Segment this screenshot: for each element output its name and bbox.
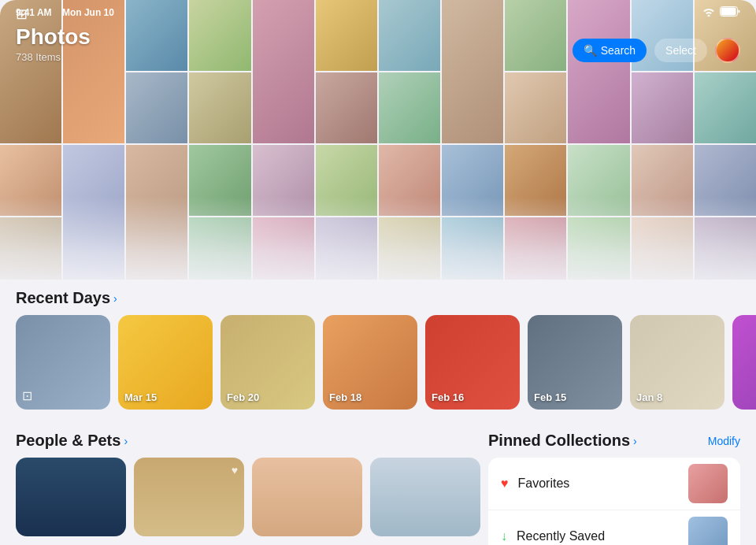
- person-card[interactable]: [16, 458, 126, 536]
- photo-cell[interactable]: [253, 217, 314, 288]
- photo-cell[interactable]: [253, 145, 314, 216]
- status-right: [702, 6, 740, 19]
- photo-cell[interactable]: [189, 72, 250, 143]
- search-button[interactable]: 🔍 Search: [573, 39, 647, 62]
- layout-icon: ⊞: [16, 6, 91, 23]
- photo-cell[interactable]: [63, 145, 124, 288]
- photo-cell[interactable]: [379, 72, 440, 143]
- svg-rect-1: [721, 8, 736, 16]
- content-area: Recent Days › ⊡ Mar 15 Feb 20 Feb 18 Feb…: [0, 280, 756, 545]
- photo-cell[interactable]: [442, 217, 503, 288]
- pinned-chevron[interactable]: ›: [633, 435, 637, 447]
- person-card[interactable]: [252, 458, 362, 536]
- people-pets-section: People & Pets › ♥: [0, 422, 488, 545]
- people-pets-chevron[interactable]: ›: [124, 435, 128, 447]
- photo-cell[interactable]: [316, 217, 377, 288]
- recently-saved-label: Recently Saved: [517, 529, 679, 543]
- recent-days-section: Recent Days › ⊡ Mar 15 Feb 20 Feb 18 Feb…: [0, 280, 756, 422]
- photo-cell[interactable]: [316, 145, 377, 216]
- item-count: 738 Items: [16, 51, 91, 63]
- day-label: Feb 20: [227, 391, 259, 403]
- heart-icon: ♥: [232, 464, 238, 476]
- photo-cell[interactable]: [632, 72, 693, 143]
- photo-cell[interactable]: [632, 145, 693, 216]
- recently-saved-thumbnail: [688, 517, 728, 545]
- battery-icon: [720, 6, 740, 19]
- select-button[interactable]: Select: [654, 39, 707, 62]
- photo-cell[interactable]: [505, 72, 566, 143]
- day-card[interactable]: Feb 15: [528, 315, 622, 410]
- day-card[interactable]: Jan 8: [630, 315, 724, 410]
- photo-cell[interactable]: [505, 217, 566, 288]
- day-label: Feb 18: [329, 391, 361, 403]
- person-card[interactable]: ♥: [134, 458, 244, 536]
- save-icon: ⊡: [22, 388, 32, 403]
- recent-days-chevron[interactable]: ›: [113, 292, 117, 305]
- people-scroll[interactable]: ♥: [0, 458, 488, 536]
- photo-cell[interactable]: [568, 145, 629, 216]
- photo-cell[interactable]: [379, 217, 440, 288]
- pinned-item-favorites[interactable]: ♥ Favorites: [488, 458, 740, 510]
- page-title: Photos: [16, 24, 91, 50]
- photo-cell[interactable]: [695, 145, 756, 216]
- photo-cell[interactable]: [442, 145, 503, 216]
- recent-days-scroll[interactable]: ⊡ Mar 15 Feb 20 Feb 18 Feb 16 Feb 15 Jan…: [0, 315, 756, 410]
- day-label: Feb 15: [534, 391, 566, 403]
- favorites-heart-icon: ♥: [501, 476, 509, 491]
- pinned-item-recently-saved[interactable]: ↓ Recently Saved: [488, 510, 740, 545]
- search-icon: 🔍: [584, 44, 597, 57]
- day-card[interactable]: [732, 315, 756, 410]
- day-card[interactable]: Mar 15: [118, 315, 213, 410]
- favorites-label: Favorites: [518, 476, 680, 491]
- photo-cell[interactable]: [632, 217, 693, 288]
- recent-days-header: Recent Days ›: [0, 280, 756, 315]
- photo-cell[interactable]: [695, 72, 756, 143]
- pinned-title: Pinned Collections: [488, 432, 630, 450]
- modify-button[interactable]: Modify: [708, 435, 740, 447]
- bottom-columns: People & Pets › ♥ Pinned Collections ›: [0, 422, 756, 545]
- app-header: ⊞ Photos 738 Items 🔍 Search Select: [0, 22, 756, 69]
- people-pets-title: People & Pets: [16, 432, 120, 450]
- favorites-thumbnail: [688, 464, 728, 503]
- pinned-collections-list: ♥ Favorites ↓ Recently Saved: [488, 458, 740, 545]
- header-actions: 🔍 Search Select: [573, 38, 740, 63]
- photo-cell[interactable]: [0, 145, 61, 216]
- person-card[interactable]: [370, 458, 480, 536]
- right-column: Pinned Collections › Modify ♥ Favorites …: [488, 422, 756, 545]
- header-left: ⊞ Photos 738 Items: [16, 6, 91, 63]
- day-card[interactable]: Feb 20: [220, 315, 315, 410]
- left-column: People & Pets › ♥: [0, 422, 488, 545]
- people-pets-header: People & Pets ›: [0, 422, 488, 458]
- photo-cell[interactable]: [189, 217, 250, 288]
- photo-cell[interactable]: [126, 145, 187, 288]
- day-card[interactable]: Feb 18: [323, 315, 417, 410]
- photo-cell[interactable]: [0, 217, 61, 288]
- day-label: Feb 16: [432, 391, 464, 403]
- day-card[interactable]: Feb 16: [425, 315, 520, 410]
- photo-cell[interactable]: [189, 145, 250, 216]
- avatar[interactable]: [715, 38, 740, 63]
- photo-cell[interactable]: [505, 145, 566, 216]
- photo-cell[interactable]: [695, 217, 756, 288]
- photo-cell[interactable]: [316, 72, 377, 143]
- day-label: Mar 15: [124, 391, 157, 403]
- wifi-icon: [702, 7, 715, 19]
- recent-days-title: Recent Days: [16, 289, 110, 307]
- day-card[interactable]: ⊡: [16, 315, 110, 410]
- photo-cell[interactable]: [126, 72, 187, 143]
- pinned-header-row: Pinned Collections › Modify: [488, 422, 740, 458]
- day-label: Jan 8: [636, 391, 662, 403]
- recently-saved-icon: ↓: [501, 529, 507, 543]
- photo-cell[interactable]: [568, 217, 629, 288]
- photo-cell[interactable]: [379, 145, 440, 216]
